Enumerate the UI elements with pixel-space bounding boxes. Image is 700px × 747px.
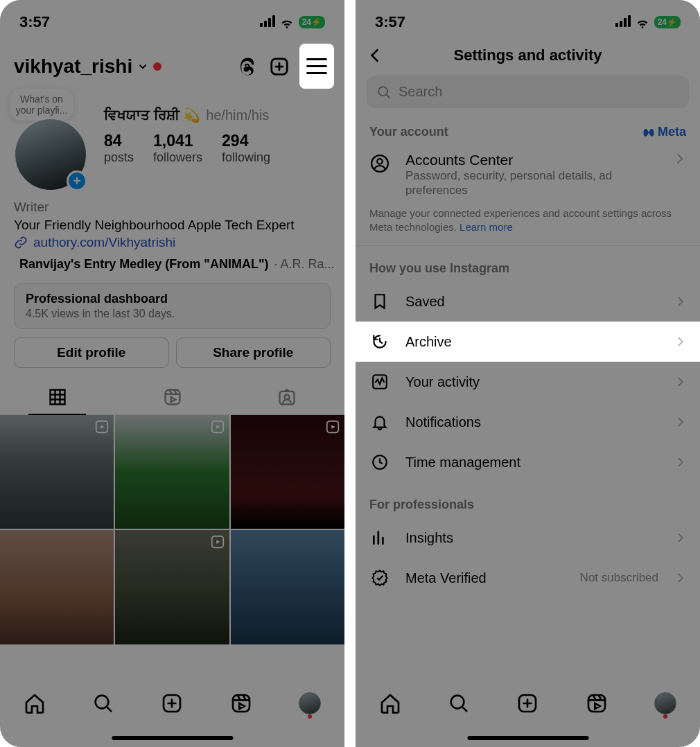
threads-icon: [237, 56, 258, 77]
post-thumbnail[interactable]: [0, 415, 114, 529]
nav-post[interactable]: [161, 692, 183, 714]
search-icon: [376, 85, 392, 100]
post-thumbnail[interactable]: [0, 530, 114, 644]
battery-indicator: 24⚡: [654, 16, 681, 28]
status-time: 3:57: [19, 13, 50, 31]
cellular-icon: [614, 13, 631, 31]
insights-icon: [371, 529, 389, 547]
plus-square-icon: [161, 692, 183, 714]
tab-grid[interactable]: [0, 380, 115, 414]
category: Writer: [14, 198, 331, 216]
hamburger-icon: [306, 65, 327, 67]
home-indicator: [467, 736, 588, 740]
nav-home[interactable]: [24, 692, 46, 714]
search-icon: [92, 692, 114, 714]
profile-avatar-area[interactable]: What's on your playli... +: [14, 94, 90, 191]
chevron-right-icon: [674, 416, 686, 428]
nav-profile[interactable]: [654, 692, 676, 714]
plus-square-icon: [269, 56, 290, 77]
saved-row[interactable]: Saved: [356, 281, 700, 322]
new-post-button[interactable]: [268, 55, 291, 78]
svg-point-12: [378, 87, 387, 96]
plus-square-icon: [516, 692, 539, 714]
cellular-icon: [259, 13, 275, 31]
page-title: Settings and activity: [387, 46, 668, 64]
post-thumbnail[interactable]: [115, 530, 229, 644]
display-name: ਵਿਖਯਾਤ ਰਿਸ਼ੀ 💫: [104, 107, 200, 123]
stat-following[interactable]: 294 following: [222, 132, 270, 165]
nav-home[interactable]: [379, 692, 401, 714]
professional-dashboard[interactable]: Professional dashboard 4.5K views in the…: [14, 283, 331, 329]
share-profile-button[interactable]: Share profile: [176, 337, 331, 368]
accounts-center-note: Manage your connected experiences and ac…: [356, 206, 700, 247]
nav-search[interactable]: [448, 692, 470, 714]
search-input[interactable]: Search: [367, 76, 689, 108]
meta-icon: [642, 125, 656, 139]
chevron-right-icon: [674, 456, 686, 468]
avatar[interactable]: +: [14, 118, 87, 191]
bookmark-icon: [371, 292, 389, 310]
bio-text: Your Friendly Neighbourhood Apple Tech E…: [14, 216, 331, 234]
notifications-row[interactable]: Notifications: [356, 402, 700, 442]
edit-profile-button[interactable]: Edit profile: [14, 337, 169, 368]
posts-grid: [0, 415, 344, 644]
note-bubble[interactable]: What's on your playli...: [10, 89, 73, 121]
username-text: vikhyat_rishi: [14, 55, 132, 78]
bio-link[interactable]: authory.com/Vikhyatrishi: [14, 234, 331, 252]
reel-indicator-icon: [325, 419, 340, 434]
add-story-button[interactable]: +: [67, 170, 87, 191]
svg-rect-3: [280, 392, 295, 405]
status-bar: 3:57 24⚡: [0, 0, 344, 38]
accounts-center-row[interactable]: Accounts Center Password, security, pers…: [356, 143, 700, 206]
chevron-right-icon: [674, 376, 686, 388]
profile-screen: 3:57 24⚡ vikhyat_rishi What's: [0, 0, 344, 747]
reel-indicator-icon: [210, 534, 225, 550]
nav-reels[interactable]: [586, 692, 608, 714]
avatar-icon: [299, 692, 321, 714]
nav-search[interactable]: [92, 692, 114, 714]
reels-icon: [163, 387, 182, 407]
archive-row[interactable]: Archive: [356, 322, 700, 362]
dot-icon: [663, 714, 667, 719]
bell-icon: [371, 413, 389, 431]
clock-icon: [371, 453, 389, 471]
meta-verified-row[interactable]: Meta Verified Not subscribed: [356, 558, 700, 598]
avatar-icon: [654, 692, 676, 714]
svg-point-14: [377, 159, 383, 164]
pronouns: he/him/his: [206, 107, 269, 123]
chevron-left-icon: [367, 46, 385, 64]
username-dropdown[interactable]: vikhyat_rishi: [14, 55, 236, 78]
reel-indicator-icon: [210, 419, 225, 434]
meta-verified-status: Not subscribed: [580, 571, 658, 585]
bottom-nav: [356, 681, 700, 747]
verified-icon: [371, 569, 389, 587]
tab-reels[interactable]: [115, 380, 230, 414]
post-thumbnail[interactable]: [231, 415, 344, 529]
insights-row[interactable]: Insights: [356, 518, 700, 558]
nav-post[interactable]: [516, 692, 539, 714]
battery-indicator: 24⚡: [299, 16, 325, 28]
reels-icon: [586, 692, 608, 714]
chevron-right-icon: [674, 335, 686, 348]
post-thumbnail[interactable]: [231, 530, 344, 644]
archive-icon: [371, 333, 389, 351]
learn-more-link[interactable]: Learn more: [460, 221, 513, 233]
meta-logo: Meta: [642, 125, 686, 139]
grid-icon: [48, 387, 67, 407]
back-button[interactable]: [367, 46, 387, 64]
time-management-row[interactable]: Time management: [356, 442, 700, 482]
nav-reels[interactable]: [230, 692, 252, 714]
post-thumbnail[interactable]: [115, 415, 229, 529]
your-activity-row[interactable]: Your activity: [356, 362, 700, 402]
tab-tagged[interactable]: [229, 380, 344, 414]
bottom-nav: [0, 681, 344, 747]
nav-profile[interactable]: [299, 692, 321, 714]
stat-posts[interactable]: 84 posts: [104, 132, 134, 165]
stat-followers[interactable]: 1,041 followers: [153, 132, 202, 165]
music-row[interactable]: Ranvijay's Entry Medley (From "ANIMAL") …: [0, 252, 344, 272]
chevron-right-icon: [674, 572, 686, 584]
menu-button[interactable]: [299, 44, 334, 89]
reels-icon: [230, 692, 252, 714]
threads-button[interactable]: [236, 55, 259, 78]
section-professionals: For professionals: [356, 482, 700, 518]
